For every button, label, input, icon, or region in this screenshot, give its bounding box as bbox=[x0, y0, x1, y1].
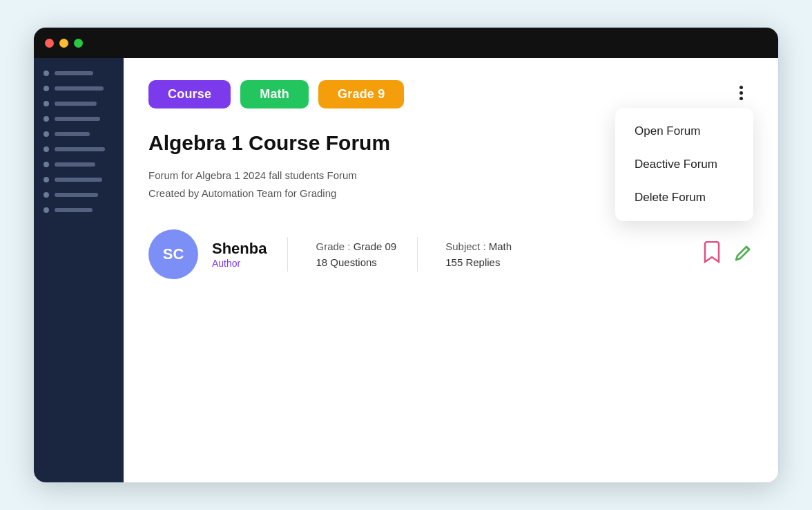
dropdown-menu: Open Forum Deactive Forum Delete Forum bbox=[615, 108, 753, 221]
sidebar-item[interactable] bbox=[44, 162, 114, 167]
subject-label: Subject : bbox=[445, 240, 489, 252]
sidebar-line bbox=[55, 147, 105, 151]
author-actions bbox=[702, 241, 753, 268]
sidebar-dot bbox=[44, 192, 49, 198]
sidebar-line bbox=[55, 193, 98, 197]
subject-meta: Subject : Math bbox=[445, 240, 512, 252]
open-forum-item[interactable]: Open Forum bbox=[615, 115, 753, 148]
sidebar-item[interactable] bbox=[44, 177, 114, 182]
avatar: SC bbox=[148, 229, 198, 279]
sidebar-line bbox=[55, 178, 102, 182]
grade-value: Grade 09 bbox=[354, 240, 397, 252]
grade-label: Grade : bbox=[316, 240, 353, 252]
close-dot[interactable] bbox=[45, 39, 54, 48]
sidebar-dot bbox=[44, 147, 49, 152]
main-content: Course Math Grade 9 Open Forum Deactive … bbox=[124, 58, 778, 482]
math-tag[interactable]: Math bbox=[240, 80, 309, 108]
sidebar bbox=[34, 58, 124, 482]
sidebar-dot bbox=[44, 86, 49, 91]
more-dot bbox=[740, 97, 743, 100]
sidebar-item[interactable] bbox=[44, 131, 114, 137]
sidebar-item[interactable] bbox=[44, 147, 114, 152]
author-name: Shenba bbox=[212, 240, 267, 258]
browser-window: Course Math Grade 9 Open Forum Deactive … bbox=[33, 27, 779, 483]
course-tag[interactable]: Course bbox=[148, 80, 231, 108]
sidebar-dot bbox=[44, 177, 49, 182]
sidebar-line bbox=[55, 117, 100, 121]
sidebar-line bbox=[55, 102, 97, 106]
subject-value: Math bbox=[489, 240, 512, 252]
sidebar-item[interactable] bbox=[44, 101, 114, 106]
delete-forum-item[interactable]: Delete Forum bbox=[615, 181, 753, 214]
sidebar-dot bbox=[44, 131, 49, 137]
deactive-forum-item[interactable]: Deactive Forum bbox=[615, 148, 753, 181]
sidebar-item[interactable] bbox=[44, 116, 114, 122]
sidebar-item[interactable] bbox=[44, 192, 114, 198]
sidebar-line bbox=[55, 86, 104, 91]
author-meta-left: Grade : Grade 09 18 Questions bbox=[316, 240, 396, 268]
author-meta-right: Subject : Math 155 Replies bbox=[445, 240, 512, 268]
sidebar-dot bbox=[44, 207, 49, 213]
sidebar-item[interactable] bbox=[44, 86, 114, 91]
sidebar-dot bbox=[44, 116, 49, 122]
bookmark-icon[interactable] bbox=[702, 241, 722, 268]
sidebar-dot bbox=[44, 70, 49, 76]
questions-meta: 18 Questions bbox=[316, 256, 396, 268]
sidebar-item[interactable] bbox=[44, 70, 114, 76]
author-role: Author bbox=[212, 258, 267, 269]
sidebar-dot bbox=[44, 162, 49, 167]
edit-icon[interactable] bbox=[734, 243, 753, 266]
sidebar-item[interactable] bbox=[44, 207, 114, 213]
tags-row: Course Math Grade 9 bbox=[148, 80, 753, 108]
more-dot bbox=[740, 91, 743, 95]
author-info: Shenba Author bbox=[212, 240, 267, 269]
sidebar-line bbox=[55, 71, 93, 75]
author-card: SC Shenba Author Grade : Grade 09 18 Que… bbox=[148, 229, 753, 279]
replies-meta: 155 Replies bbox=[445, 256, 512, 268]
more-options-button[interactable] bbox=[728, 80, 753, 105]
sidebar-line bbox=[55, 132, 90, 136]
title-bar bbox=[34, 28, 778, 58]
grade-tag[interactable]: Grade 9 bbox=[318, 80, 404, 108]
sidebar-line bbox=[55, 208, 93, 212]
minimize-dot[interactable] bbox=[59, 39, 68, 48]
divider bbox=[287, 237, 288, 272]
sidebar-line bbox=[55, 162, 95, 167]
more-dot bbox=[740, 86, 743, 89]
content-area: Course Math Grade 9 Open Forum Deactive … bbox=[34, 58, 778, 482]
grade-meta: Grade : Grade 09 bbox=[316, 240, 396, 252]
divider bbox=[417, 237, 418, 272]
sidebar-dot bbox=[44, 101, 49, 106]
maximize-dot[interactable] bbox=[74, 39, 83, 48]
